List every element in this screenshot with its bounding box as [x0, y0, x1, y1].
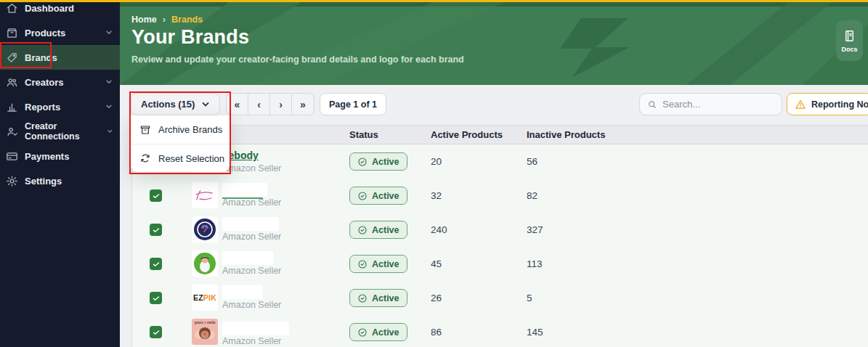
column-header-active-products: Active Products — [431, 126, 503, 144]
ezpik-logo-text-orange: PIK — [203, 293, 216, 302]
active-products-count: 240 — [431, 224, 447, 235]
row-checkbox[interactable] — [150, 292, 162, 304]
breadcrumb: Home › Brands — [131, 14, 203, 25]
reports-icon — [6, 101, 18, 113]
sidebar-item-label: Payments — [25, 151, 69, 162]
redacted-brand-name — [222, 217, 279, 231]
inactive-products-count: 145 — [527, 327, 543, 338]
chevron-down-icon — [107, 128, 113, 135]
payments-icon — [6, 150, 18, 163]
brand-logo — [192, 182, 218, 208]
chevron-down-icon — [201, 100, 210, 109]
status-label: Active — [372, 327, 399, 338]
connections-icon — [6, 126, 18, 138]
archive-icon — [139, 124, 151, 136]
redacted-brand-name — [222, 322, 289, 335]
actions-dropdown-button[interactable]: Actions (15) — [131, 93, 220, 115]
products-icon — [6, 27, 18, 39]
brand-logo: grace + stella — [192, 319, 218, 345]
check-circle-icon — [357, 191, 368, 201]
active-products-count: 86 — [431, 327, 442, 338]
sidebar-item-settings[interactable]: Settings — [0, 168, 120, 193]
active-products-count: 26 — [431, 293, 442, 303]
status-label: Active — [372, 293, 399, 303]
menu-item-archive-brands[interactable]: Archive Brands — [131, 115, 230, 144]
sidebar-item-label: Reports — [25, 102, 60, 113]
active-products-count: 20 — [431, 156, 442, 167]
pagination-next-button[interactable]: › — [270, 94, 292, 115]
check-circle-icon — [357, 327, 368, 338]
row-checkbox[interactable] — [150, 224, 162, 236]
status-badge: Active — [349, 323, 407, 341]
check-icon — [152, 260, 161, 269]
check-icon — [152, 328, 161, 337]
sidebar-item-reports[interactable]: Reports — [0, 94, 120, 119]
search-box[interactable] — [639, 93, 782, 115]
sidebar-item-label: Creators — [25, 77, 63, 88]
reporting-notice-label: Reporting Notice — [811, 99, 868, 110]
table-row: grace + stella Amazon Seller Active 86 1… — [132, 315, 868, 347]
script-logo-art — [194, 188, 216, 203]
chevron-down-icon — [105, 78, 113, 86]
menu-item-label: Archive Brands — [158, 124, 222, 135]
navy-badge-logo-art — [193, 218, 216, 241]
pagination-last-button[interactable]: » — [292, 94, 314, 115]
sidebar-item-label: Settings — [25, 176, 62, 187]
status-badge: Active — [349, 255, 407, 273]
status-label: Active — [372, 157, 399, 167]
creators-icon — [6, 76, 18, 89]
table-row: EZPIK Amazon Seller Active 26 5 — [132, 281, 868, 315]
status-badge: Active — [349, 221, 407, 239]
inactive-products-count: 113 — [527, 258, 543, 269]
row-checkbox[interactable] — [150, 326, 162, 338]
table-row: Amazon Seller Active 240 327 — [132, 213, 868, 247]
sidebar-item-label: Dashboard — [25, 3, 74, 14]
inactive-products-count: 56 — [527, 156, 538, 167]
status-badge: Active — [349, 289, 407, 307]
breadcrumb-home[interactable]: Home — [131, 15, 157, 25]
page-header: Home › Brands Your Brands Review and upd… — [120, 2, 868, 85]
status-label: Active — [372, 225, 399, 235]
chevron-down-icon — [105, 29, 113, 36]
refresh-icon — [139, 152, 151, 164]
redacted-brand-name — [222, 251, 273, 265]
active-products-count: 45 — [431, 258, 442, 269]
sidebar-item-payments[interactable]: Payments — [0, 144, 120, 168]
home-icon — [6, 2, 18, 15]
brands-icon — [6, 52, 18, 64]
sidebar-item-label: Creator Connections — [25, 121, 100, 142]
sidebar-item-creators[interactable]: Creators — [0, 70, 120, 94]
docs-label: Docs — [841, 46, 857, 53]
table-row: Amazon Seller Active 45 113 — [132, 247, 868, 281]
check-icon — [152, 294, 161, 303]
sidebar-item-products[interactable]: Products — [0, 20, 120, 45]
pagination-group: « ‹ › » — [226, 93, 315, 115]
column-header-status: Status — [349, 126, 378, 144]
breadcrumb-current: Brands — [171, 15, 203, 25]
brand-subtitle: Amazon Seller — [222, 197, 281, 208]
search-input[interactable] — [662, 99, 774, 110]
pagination-first-button[interactable]: « — [227, 94, 248, 115]
table-row: hebody Amazon Seller Active 20 56 — [132, 144, 868, 179]
page-subtitle: Review and update your creator-facing br… — [131, 54, 464, 65]
settings-icon — [6, 175, 18, 187]
row-checkbox[interactable] — [150, 258, 162, 270]
check-circle-icon — [357, 157, 368, 167]
row-checkbox[interactable] — [150, 189, 162, 202]
green-mascot-logo-art — [193, 252, 216, 275]
status-label: Active — [372, 191, 399, 201]
chevron-down-icon — [105, 103, 113, 110]
status-label: Active — [372, 259, 399, 269]
pagination-prev-button[interactable]: ‹ — [248, 94, 270, 115]
check-circle-icon — [357, 293, 368, 303]
menu-item-reset-selection[interactable]: Reset Selection — [131, 144, 230, 172]
sidebar-item-brands[interactable]: Brands — [0, 45, 120, 70]
brand-subtitle: Amazon Seller — [222, 300, 281, 310]
table-row: Amazon Seller Active 32 82 — [132, 179, 868, 213]
sidebar-item-creator-connections[interactable]: Creator Connections — [0, 119, 120, 144]
sidebar-item-dashboard[interactable]: Dashboard — [0, 0, 120, 20]
warning-icon — [795, 99, 806, 110]
page-title: Your Brands — [131, 26, 249, 49]
docs-button[interactable]: Docs — [836, 20, 863, 61]
reporting-notice-button[interactable]: Reporting Notice — [787, 93, 868, 115]
